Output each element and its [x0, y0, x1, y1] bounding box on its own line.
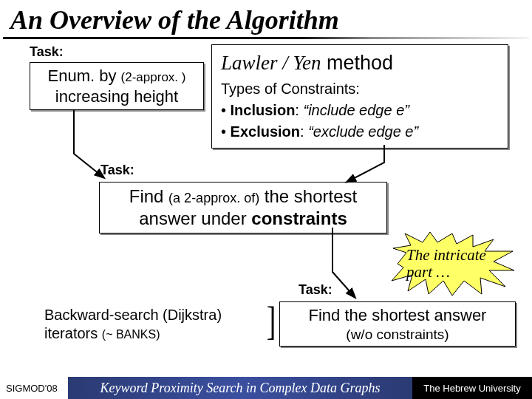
lawler-b1-bold: Inclusion — [231, 102, 296, 118]
lawler-b1-rest: : — [295, 102, 303, 118]
backward-l2a: iterators — [44, 325, 102, 341]
find-l2a: answer under — [139, 208, 251, 228]
short-l2: (w/o constraints) — [287, 326, 508, 344]
backward-search-text: Backward-search (Dijkstra) iterators (~ … — [44, 306, 266, 343]
title-underline — [3, 37, 529, 39]
shortest-box: Find the shortest answer (w/o constraint… — [279, 301, 516, 347]
star-l2: part … — [406, 264, 510, 281]
lawler-b2-bold: Exclusion — [231, 123, 300, 140]
lawler-head-italic: Lawler / Yen — [221, 52, 321, 74]
task-label-2: Task: — [100, 163, 134, 178]
footer-right: The Hebrew University — [412, 377, 532, 399]
find-l1b: the shortest — [259, 186, 357, 206]
arrow-enum-to-find — [44, 109, 111, 191]
backward-l2small: (~ BANKS) — [102, 328, 160, 341]
star-l1: The intricate — [406, 247, 510, 264]
enum-line1b: (2-approx. ) — [121, 70, 186, 84]
find-l1small: (a 2-approx. of) — [168, 191, 259, 205]
find-l2bold: constraints — [251, 208, 347, 228]
lawler-b1-q: “include edge e” — [303, 102, 409, 118]
backward-l1: Backward-search (Dijkstra) — [44, 306, 266, 324]
bracket-icon: ] — [267, 301, 276, 341]
lawler-box: Lawler / Yen method Types of Constraints… — [211, 44, 508, 149]
slide-content: Task: Enum. by (2-approx. ) increasing h… — [0, 41, 532, 377]
enum-line1a: Enum. by — [48, 66, 121, 85]
footer-left: SIGMOD'08 — [0, 377, 68, 399]
enum-box: Enum. by (2-approx. ) increasing height — [30, 62, 204, 110]
arrow-lawler-to-find — [340, 145, 399, 189]
lawler-b2-q: “exclude edge e” — [308, 123, 418, 140]
lawler-b2-rest: : — [300, 123, 308, 140]
task-label-1: Task: — [30, 44, 64, 60]
find-l1a: Find — [129, 186, 168, 206]
lawler-types: Types of Constraints: — [221, 79, 499, 99]
task-label-3: Task: — [299, 282, 332, 298]
find-box: Find (a 2-approx. of) the shortest answe… — [99, 182, 387, 233]
starburst-callout: The intricate part … — [390, 232, 516, 296]
footer: SIGMOD'08 Keyword Proximity Search in Co… — [0, 377, 532, 399]
slide-title: An Overview of the Algorithm — [0, 0, 532, 37]
short-l1: Find the shortest answer — [287, 305, 508, 326]
lawler-head-rest: method — [321, 52, 394, 74]
enum-line2: increasing height — [38, 86, 196, 107]
footer-mid: Keyword Proximity Search in Complex Data… — [68, 377, 412, 399]
